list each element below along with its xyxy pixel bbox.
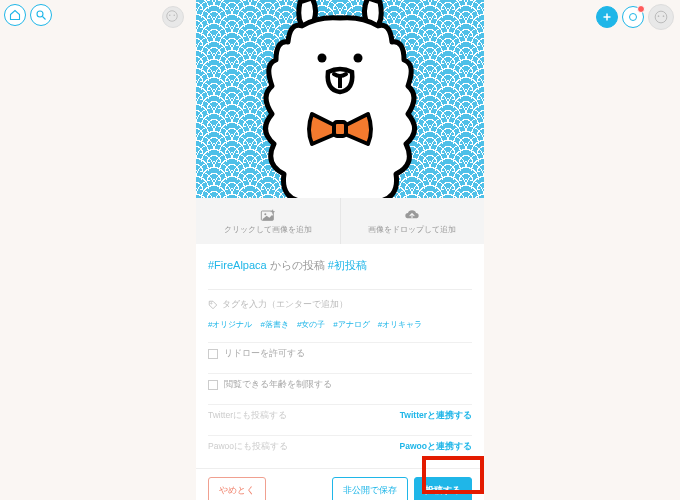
home-button[interactable] [4, 4, 26, 26]
svg-point-11 [318, 54, 327, 63]
hashtag: #FireAlpaca [208, 259, 267, 271]
upload-drop-area[interactable]: 画像をドロップして追加 [340, 198, 485, 244]
cancel-button[interactable]: やめとく [208, 477, 266, 500]
checkbox[interactable] [208, 380, 218, 390]
twitter-share-row: Twitterにも投稿する Twitterと連携する [208, 404, 472, 427]
twitter-connect-link[interactable]: Twitterと連携する [400, 410, 472, 422]
upload-row: クリックして画像を追加 画像をドロップして追加 [196, 198, 484, 244]
age-restrict-option[interactable]: 閲覧できる年齢を制限する [208, 373, 472, 396]
tag-icon [208, 300, 218, 310]
tag-suggestion[interactable]: #女の子 [297, 319, 325, 330]
upload-click-area[interactable]: クリックして画像を追加 [196, 198, 340, 244]
svg-point-8 [655, 11, 667, 23]
svg-point-3 [169, 15, 171, 17]
image-preview [196, 0, 484, 198]
tag-suggestion[interactable]: #オリジナル [208, 319, 252, 330]
svg-point-7 [630, 14, 637, 21]
svg-rect-14 [334, 122, 346, 136]
user-avatar[interactable] [648, 4, 674, 30]
svg-point-12 [354, 54, 363, 63]
notification-badge [637, 5, 645, 13]
alpaca-illustration [240, 0, 440, 198]
save-private-button[interactable]: 非公開で保存 [332, 477, 408, 500]
notifications-button[interactable] [622, 6, 644, 28]
svg-point-19 [211, 302, 212, 303]
tag-suggestion[interactable]: #オリキャラ [378, 319, 422, 330]
post-button[interactable]: 投稿する [414, 477, 472, 500]
svg-point-10 [663, 15, 665, 17]
checkbox[interactable] [208, 349, 218, 359]
option-label: 閲覧できる年齢を制限する [224, 379, 332, 391]
sns-label: Twitterにも投稿する [208, 410, 287, 422]
image-add-icon [260, 208, 276, 222]
tag-suggestion[interactable]: #落書き [260, 319, 288, 330]
tag-suggestion[interactable]: #アナログ [333, 319, 369, 330]
tag-placeholder: タグを入力（エンターで追加） [222, 298, 348, 311]
post-composer: クリックして画像を追加 画像をドロップして追加 #FireAlpaca からの投… [196, 0, 484, 500]
svg-point-9 [658, 15, 660, 17]
option-label: リドローを許可する [224, 348, 305, 360]
hashtag: #初投稿 [328, 259, 367, 271]
svg-point-2 [167, 11, 178, 22]
upload-click-label: クリックして画像を追加 [224, 224, 312, 235]
pawoo-share-row: Pawooにも投稿する Pawooと連携する [208, 435, 472, 458]
user-avatar-small[interactable] [162, 6, 184, 28]
tag-suggestions: #オリジナル #落書き #女の子 #アナログ #オリキャラ [208, 319, 472, 334]
footer-buttons: やめとく 非公開で保存 投稿する [196, 468, 484, 500]
svg-point-0 [37, 11, 43, 17]
cloud-upload-icon [404, 208, 420, 222]
add-button[interactable] [596, 6, 618, 28]
svg-line-1 [43, 17, 46, 20]
pawoo-connect-link[interactable]: Pawooと連携する [400, 441, 472, 453]
search-button[interactable] [30, 4, 52, 26]
svg-point-4 [174, 15, 176, 17]
svg-point-16 [264, 213, 266, 215]
sns-label: Pawooにも投稿する [208, 441, 288, 453]
post-text-input[interactable]: #FireAlpaca からの投稿 #初投稿 [208, 254, 472, 281]
tag-input[interactable]: タグを入力（エンターで追加） [208, 289, 472, 311]
redraw-option[interactable]: リドローを許可する [208, 342, 472, 365]
upload-drop-label: 画像をドロップして追加 [368, 224, 456, 235]
